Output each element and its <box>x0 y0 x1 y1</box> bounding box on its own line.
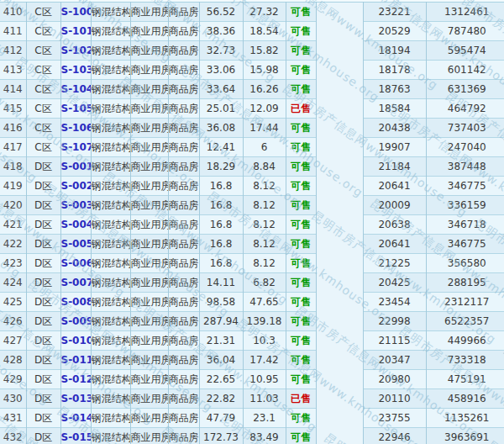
usage-cell: 商业用房 <box>130 370 168 389</box>
build-area-cell: 16.8 <box>199 196 243 215</box>
total-price-cell: 356580 <box>426 254 504 273</box>
inner-area-cell: 17.42 <box>243 351 286 370</box>
unit-price-cell: 20347 <box>363 351 426 370</box>
unit-code-link[interactable]: S-101 <box>61 25 92 37</box>
district-cell: D区 <box>26 177 60 196</box>
category-cell: 商品房 <box>168 3 199 22</box>
total-price-cell: 475191 <box>426 370 504 389</box>
unit-code-cell: S-107 <box>60 138 91 157</box>
unit-code-cell: S-105 <box>60 99 91 119</box>
spacer-cell <box>316 215 363 235</box>
unit-price-cell: 19907 <box>363 138 426 157</box>
unit-code-cell: S-001 <box>60 157 91 177</box>
structure-cell: 钢混结构 <box>91 157 130 177</box>
unit-code-link[interactable]: S-105 <box>61 103 92 114</box>
unit-code-link[interactable]: S-103 <box>61 64 92 76</box>
status-cell: 可售 <box>286 215 316 235</box>
unit-code-link[interactable]: S-106 <box>61 122 92 134</box>
usage-cell: 商业用房 <box>130 41 168 61</box>
inner-area-cell: 17.44 <box>243 119 286 138</box>
table-row: 424 D区 S-007 钢混结构 商业用房 商品房 14.11 6.82 可售… <box>0 273 504 293</box>
inner-area-cell: 10.3 <box>243 331 286 351</box>
unit-code-link[interactable]: S-004 <box>61 219 92 230</box>
unit-code-link[interactable]: S-100 <box>61 6 92 18</box>
status-cell: 可售 <box>286 428 316 444</box>
build-area-cell: 16.8 <box>199 235 243 254</box>
status-cell: 可售 <box>286 119 316 138</box>
unit-code-link[interactable]: S-010 <box>61 335 92 346</box>
build-area-cell: 98.58 <box>199 293 243 312</box>
status-badge: 可售 <box>291 199 311 211</box>
status-cell: 可售 <box>286 138 316 157</box>
category-cell: 商品房 <box>168 312 199 331</box>
unit-code-link[interactable]: S-102 <box>61 45 92 56</box>
usage-cell: 商业用房 <box>130 428 168 444</box>
structure-cell: 钢混结构 <box>91 389 130 409</box>
unit-code-link[interactable]: S-107 <box>61 141 92 153</box>
spacer-cell <box>316 119 363 138</box>
structure-cell: 钢混结构 <box>91 138 130 157</box>
build-area-cell: 14.11 <box>199 273 243 293</box>
unit-code-link[interactable]: S-003 <box>61 199 92 211</box>
inner-area-cell: 18.54 <box>243 22 286 41</box>
usage-cell: 商业用房 <box>130 3 168 22</box>
usage-cell: 商业用房 <box>130 293 168 312</box>
district-cell: C区 <box>26 41 60 61</box>
row-number-cell: 431 <box>0 409 26 428</box>
spacer-cell <box>316 177 363 196</box>
unit-code-link[interactable]: S-011 <box>61 354 92 366</box>
unit-code-link[interactable]: S-001 <box>61 161 92 172</box>
spacer-cell <box>316 99 363 119</box>
status-badge: 可售 <box>291 354 311 366</box>
unit-code-link[interactable]: S-009 <box>61 315 92 327</box>
row-number-cell: 422 <box>0 235 26 254</box>
unit-code-link[interactable]: S-015 <box>61 431 92 443</box>
unit-code-link[interactable]: S-007 <box>61 277 92 288</box>
status-cell: 已售 <box>286 389 316 409</box>
total-price-cell: 346775 <box>426 177 504 196</box>
usage-cell: 商业用房 <box>130 157 168 177</box>
unit-code-link[interactable]: S-104 <box>61 83 92 95</box>
total-price-cell: 346718 <box>426 215 504 235</box>
unit-code-link[interactable]: S-006 <box>61 257 92 269</box>
unit-code-link[interactable]: S-012 <box>61 373 92 385</box>
unit-code-cell: S-101 <box>60 22 91 41</box>
district-cell: C区 <box>26 3 60 22</box>
usage-cell: 商业用房 <box>130 235 168 254</box>
usage-cell: 商业用房 <box>130 351 168 370</box>
spacer-cell <box>316 41 363 61</box>
category-cell: 商品房 <box>168 331 199 351</box>
structure-cell: 钢混结构 <box>91 409 130 428</box>
unit-code-cell: S-106 <box>60 119 91 138</box>
unit-price-cell: 18763 <box>363 80 426 99</box>
table-row: 412 C区 S-102 钢混结构 商业用房 商品房 32.73 15.82 可… <box>0 41 504 61</box>
district-cell: D区 <box>26 312 60 331</box>
structure-cell: 钢混结构 <box>91 61 130 80</box>
row-number-cell: 410 <box>0 3 26 22</box>
build-area-cell: 32.73 <box>199 41 243 61</box>
inner-area-cell: 8.12 <box>243 235 286 254</box>
category-cell: 商品房 <box>168 215 199 235</box>
table-row: 426 D区 S-009 钢混结构 商业用房 商品房 287.94 139.18… <box>0 312 504 331</box>
unit-price-cell: 20641 <box>363 177 426 196</box>
unit-price-cell: 18194 <box>363 41 426 61</box>
structure-cell: 钢混结构 <box>91 22 130 41</box>
unit-code-cell: S-009 <box>60 312 91 331</box>
total-price-cell: 2312117 <box>426 293 504 312</box>
structure-cell: 钢混结构 <box>91 331 130 351</box>
unit-code-cell: S-102 <box>60 41 91 61</box>
unit-code-link[interactable]: S-008 <box>61 296 92 308</box>
unit-code-link[interactable]: S-014 <box>61 412 92 424</box>
table-row: 420 D区 S-003 钢混结构 商业用房 商品房 16.8 8.12 可售 … <box>0 196 504 215</box>
unit-code-link[interactable]: S-013 <box>61 393 92 404</box>
table-row: 422 D区 S-005 钢混结构 商业用房 商品房 16.8 8.12 可售 … <box>0 235 504 254</box>
unit-code-link[interactable]: S-005 <box>61 238 92 250</box>
status-cell: 可售 <box>286 235 316 254</box>
spacer-cell <box>316 370 363 389</box>
table-row: 431 D区 S-014 钢混结构 商业用房 商品房 47.79 23.1 可售… <box>0 409 504 428</box>
build-area-cell: 56.52 <box>199 3 243 22</box>
district-cell: C区 <box>26 61 60 80</box>
unit-code-link[interactable]: S-002 <box>61 180 92 192</box>
build-area-cell: 16.8 <box>199 215 243 235</box>
total-price-cell: 1135261 <box>426 409 504 428</box>
